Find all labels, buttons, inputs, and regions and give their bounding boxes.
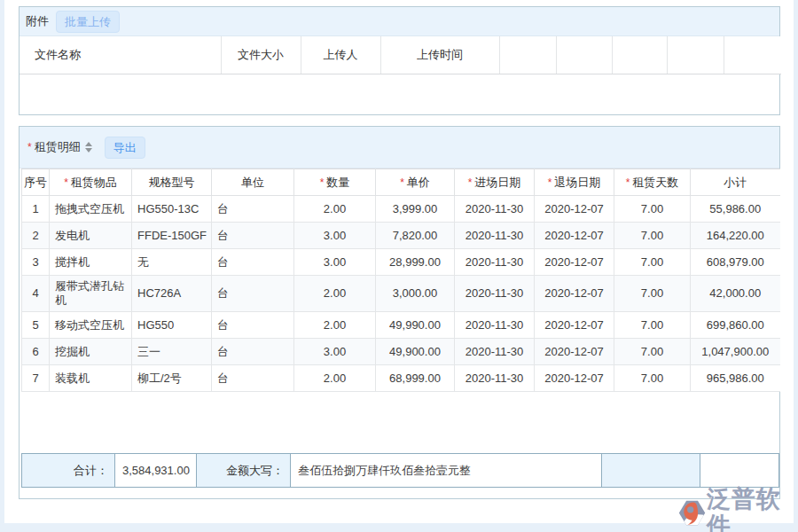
footer-empty-cell: [602, 454, 700, 487]
attachments-column-empty-4: [667, 36, 724, 74]
rental-header-row: 序号*租赁物品规格型号单位*数量*单价*进场日期*退场日期*租赁天数小计: [22, 169, 780, 196]
rental-column-seq: 序号: [22, 169, 50, 196]
cell-end-date: 2020-12-07: [535, 196, 614, 223]
footer-empty-box: [700, 454, 778, 487]
rental-table-row: 7装载机柳工/2号台2.0068,999.002020-11-302020-12…: [22, 365, 780, 392]
attachments-column-upload-time: 上传时间: [380, 36, 499, 74]
attachments-column-empty-3: [612, 36, 667, 74]
cell-days: 7.00: [614, 223, 691, 249]
rental-table-row: 5移动式空压机HG550台2.0049,990.002020-11-302020…: [22, 312, 780, 339]
cell-seq: 6: [22, 339, 50, 365]
cell-model: 柳工/2号: [132, 365, 212, 392]
attachments-column-uploader: 上传人: [301, 36, 380, 74]
cell-quantity: 3.00: [294, 249, 376, 276]
cell-seq: 4: [22, 276, 50, 312]
batch-upload-button[interactable]: 批量上传: [56, 11, 120, 33]
attachments-column-empty-1: [499, 36, 556, 74]
cell-subtotal: 965,986.00: [691, 365, 780, 392]
rental-column-item: *租赁物品: [50, 169, 132, 196]
content-area: 附件 批量上传 文件名称文件大小上传人上传时间 * 租赁明细 导出: [4, 0, 794, 523]
sort-up-icon: [85, 142, 92, 146]
cell-start-date: 2020-11-30: [455, 223, 535, 249]
cell-days: 7.00: [614, 312, 691, 339]
fanpu-logo-icon: [677, 499, 707, 527]
total-value-box: 3,584,931.00: [114, 454, 197, 487]
rental-table-row: 4履带式潜孔钻机HC726A台2.003,000.002020-11-30202…: [22, 276, 780, 312]
cell-seq: 1: [22, 196, 50, 223]
cell-item: 履带式潜孔钻机: [50, 276, 132, 312]
rental-column-unit-price: *单价: [376, 169, 455, 196]
rental-table-row: 3搅拌机无台3.0028,999.002020-11-302020-12-077…: [22, 249, 780, 276]
cell-item: 拖拽式空压机: [50, 196, 132, 223]
rental-column-quantity: *数量: [294, 169, 376, 196]
cell-seq: 3: [22, 249, 50, 276]
cell-unit: 台: [212, 365, 294, 392]
rental-column-unit: 单位: [212, 169, 294, 196]
attachments-header-row: 文件名称文件大小上传人上传时间: [20, 36, 781, 74]
fanpu-logo-text: 泛普软件: [707, 486, 798, 532]
cell-item: 挖掘机: [50, 339, 132, 365]
cell-unit: 台: [212, 249, 294, 276]
cell-start-date: 2020-11-30: [455, 312, 535, 339]
cell-end-date: 2020-12-07: [535, 365, 614, 392]
required-asterisk: *: [548, 176, 552, 189]
cell-model: FFDE-150GF: [132, 223, 212, 249]
cell-subtotal: 1,047,900.00: [691, 339, 780, 365]
cell-unit-price: 7,820.00: [376, 223, 455, 249]
amount-words-label: 金额大写：: [197, 454, 290, 487]
cell-quantity: 3.00: [294, 223, 376, 249]
attachments-table: 文件名称文件大小上传人上传时间: [20, 36, 781, 74]
cell-unit: 台: [212, 223, 294, 249]
cell-unit-price: 49,900.00: [376, 339, 455, 365]
required-asterisk: *: [400, 176, 404, 189]
rental-details-panel: * 租赁明细 导出 序号*租赁物品规格型号单位*数量*单价*进场日期*退场日期*…: [19, 126, 780, 499]
required-asterisk: *: [27, 141, 32, 153]
cell-unit-price: 28,999.00: [376, 249, 455, 276]
attachments-column-empty-5: [724, 36, 781, 74]
attachments-panel: 附件 批量上传 文件名称文件大小上传人上传时间: [19, 6, 780, 115]
cell-subtotal: 55,986.00: [691, 196, 780, 223]
cell-unit: 台: [212, 276, 294, 312]
export-button[interactable]: 导出: [105, 137, 145, 159]
sort-toggle-icon[interactable]: [85, 142, 92, 153]
cell-end-date: 2020-12-07: [535, 223, 614, 249]
cell-start-date: 2020-11-30: [455, 276, 535, 312]
cell-subtotal: 699,860.00: [691, 312, 780, 339]
rental-column-subtotal: 小计: [691, 169, 780, 196]
cell-unit: 台: [212, 196, 294, 223]
cell-end-date: 2020-12-07: [535, 312, 614, 339]
cell-start-date: 2020-11-30: [455, 196, 535, 223]
cell-days: 7.00: [614, 196, 691, 223]
cell-unit: 台: [212, 339, 294, 365]
attachments-column-file-size: 文件大小: [221, 36, 301, 74]
cell-model: HG550: [132, 312, 212, 339]
sort-down-icon: [85, 148, 92, 153]
required-asterisk: *: [626, 176, 630, 189]
cell-start-date: 2020-11-30: [455, 249, 535, 276]
cell-seq: 2: [22, 223, 50, 249]
cell-start-date: 2020-11-30: [455, 365, 535, 392]
cell-quantity: 2.00: [294, 276, 376, 312]
cell-subtotal: 608,979.00: [691, 249, 780, 276]
rental-details-table: 序号*租赁物品规格型号单位*数量*单价*进场日期*退场日期*租赁天数小计 1拖拽…: [21, 168, 780, 392]
cell-item: 移动式空压机: [50, 312, 132, 339]
cell-days: 7.00: [614, 249, 691, 276]
cell-item: 搅拌机: [50, 249, 132, 276]
rental-details-title: 租赁明细: [35, 139, 81, 155]
attachments-column-empty-2: [556, 36, 612, 74]
required-asterisk: *: [468, 176, 473, 189]
cell-quantity: 3.00: [294, 339, 376, 365]
required-asterisk: *: [64, 176, 68, 189]
cell-model: 无: [132, 249, 212, 276]
cell-model: 三一: [132, 339, 212, 365]
rental-table-row: 1拖拽式空压机HG550-13C台2.003,999.002020-11-302…: [22, 196, 780, 223]
attachments-panel-header: 附件 批量上传: [20, 7, 779, 36]
cell-end-date: 2020-12-07: [535, 276, 614, 312]
cell-unit-price: 68,999.00: [376, 365, 455, 392]
cell-model: HG550-13C: [132, 196, 212, 223]
fanpu-logo-row: 泛普软件: [677, 486, 798, 532]
rental-panel-header: * 租赁明细 导出: [20, 127, 779, 168]
amount-words-box: 叁佰伍拾捌万肆仟玖佰叁拾壹元整: [290, 454, 602, 487]
attachments-column-file-name: 文件名称: [20, 36, 221, 74]
cell-unit-price: 49,990.00: [376, 312, 455, 339]
